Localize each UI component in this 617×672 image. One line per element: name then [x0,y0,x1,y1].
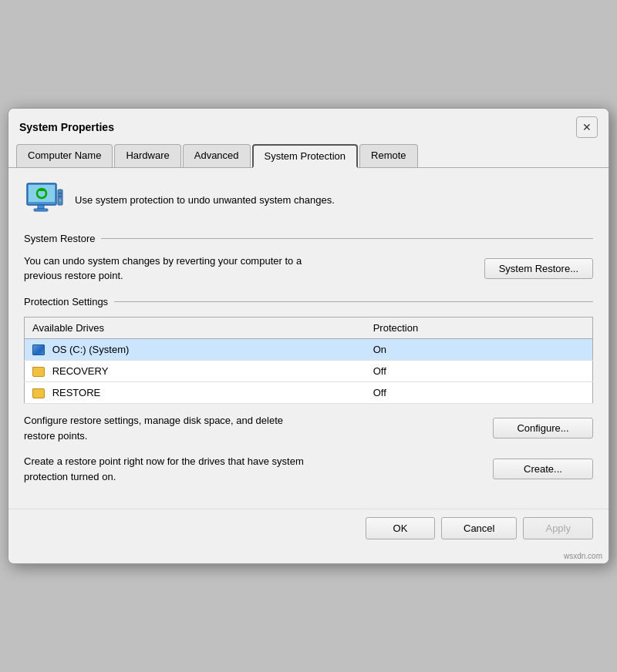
title-bar: System Properties ✕ [8,109,609,138]
watermark: wsxdn.com [8,550,609,563]
tab-hardware[interactable]: Hardware [114,144,180,167]
drive-name-cell: OS (C:) (System) [25,338,366,361]
table-row[interactable]: RECOVERY Off [25,361,593,382]
protection-settings-title: Protection Settings [24,296,108,307]
svg-rect-4 [38,205,44,209]
system-restore-button[interactable]: System Restore... [484,258,593,279]
svg-rect-7 [59,193,62,194]
drive-name: OS (C:) (System) [52,344,130,355]
system-restore-section: System Restore You can undo system chang… [24,233,593,284]
tab-system-protection[interactable]: System Protection [252,144,359,168]
restore-description: You can undo system changes by reverting… [24,254,317,284]
dialog-title: System Properties [19,121,114,133]
system-restore-title: System Restore [24,233,95,244]
info-text: Use system protection to undo unwanted s… [75,194,335,206]
drive-protection-2: Off [366,382,593,404]
section-divider-2 [114,301,593,302]
close-button[interactable]: ✕ [576,116,598,138]
protection-settings-header: Protection Settings [24,296,593,307]
drive-name-cell: RECOVERY [25,361,366,382]
section-divider [101,238,593,239]
tab-remote[interactable]: Remote [359,144,418,167]
drive-protection-0: On [366,338,593,361]
protection-settings-section: Protection Settings Available Drives Pro… [24,296,593,485]
system-properties-dialog: System Properties ✕ Computer Name Hardwa… [8,108,609,565]
configure-row: Configure restore settings, manage disk … [24,413,593,443]
tab-advanced[interactable]: Advanced [183,144,251,167]
svg-rect-8 [59,196,62,197]
computer-icon [24,180,64,220]
drives-table: Available Drives Protection OS (C:) (Sys… [24,317,593,405]
cancel-button[interactable]: Cancel [441,517,517,539]
svg-point-9 [59,199,62,201]
ok-button[interactable]: OK [366,517,435,539]
drive-protection-1: Off [366,361,593,382]
folder-icon [32,388,45,398]
svg-rect-5 [34,209,48,211]
drive-name: RESTORE [52,387,101,398]
drive-name-cell: RESTORE [25,382,366,404]
tab-content-system-protection: Use system protection to undo unwanted s… [8,167,609,509]
col-header-protection: Protection [366,317,593,338]
svg-rect-1 [29,185,55,202]
tab-computer-name[interactable]: Computer Name [16,144,113,167]
drive-name: RECOVERY [52,365,109,377]
create-description: Create a restore point right now for the… [24,454,317,484]
tab-bar: Computer Name Hardware Advanced System P… [8,138,609,167]
create-button[interactable]: Create... [493,459,593,479]
apply-button[interactable]: Apply [523,517,593,539]
folder-icon [32,367,45,377]
configure-button[interactable]: Configure... [493,418,593,438]
table-row[interactable]: RESTORE Off [25,382,593,404]
col-header-drives: Available Drives [25,317,366,338]
create-row: Create a restore point right now for the… [24,454,593,484]
restore-row: You can undo system changes by reverting… [24,254,593,284]
hdd-icon [32,344,45,355]
system-restore-body: You can undo system changes by reverting… [24,254,593,284]
info-banner: Use system protection to undo unwanted s… [24,180,593,220]
configure-description: Configure restore settings, manage disk … [24,413,317,443]
dialog-footer: OK Cancel Apply [8,509,609,550]
system-restore-header: System Restore [24,233,593,244]
table-row[interactable]: OS (C:) (System) On [25,338,593,361]
